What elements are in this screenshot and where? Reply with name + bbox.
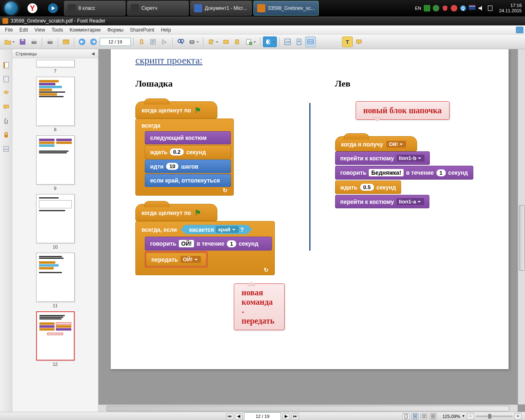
- last-page-button[interactable]: ⏭: [292, 413, 299, 420]
- taskbar-item-2[interactable]: Документ1 - Micr...: [190, 1, 252, 16]
- page-number-input[interactable]: [100, 38, 131, 46]
- svg-rect-46: [414, 414, 416, 416]
- rotate-view-button[interactable]: [221, 37, 231, 47]
- single-page-view-button[interactable]: [402, 413, 410, 420]
- svg-rect-8: [469, 6, 475, 7]
- facing-continuous-view-button[interactable]: [429, 413, 437, 420]
- hand-tool-button[interactable]: [136, 37, 147, 47]
- pages-tab-icon[interactable]: [2, 75, 10, 83]
- zoom-fit-page-button[interactable]: [294, 37, 304, 47]
- touching-block: касаетсякрай?: [185, 225, 248, 234]
- signatures-tab-icon[interactable]: [2, 145, 10, 153]
- volume-icon[interactable]: [478, 5, 484, 11]
- svg-rect-43: [5, 135, 8, 137]
- highlight-button[interactable]: T: [342, 37, 353, 47]
- collapse-icon[interactable]: ◀: [91, 51, 95, 56]
- continuous-view-button[interactable]: [411, 413, 419, 420]
- menu-view[interactable]: View: [31, 27, 48, 33]
- start-button[interactable]: [0, 0, 22, 16]
- svg-marker-9: [479, 6, 482, 11]
- prev-page-button[interactable]: [77, 37, 87, 47]
- windows-orb-icon: [5, 2, 18, 15]
- taskbar-item-label: Скретч: [142, 5, 158, 11]
- insert-button[interactable]: +: [244, 37, 258, 47]
- select-annotation-button[interactable]: [159, 37, 170, 47]
- first-page-button[interactable]: ⏮: [226, 413, 233, 420]
- thumbnail-11[interactable]: 11: [12, 253, 98, 308]
- zoom-actual-button[interactable]: 100: [282, 37, 293, 47]
- print-button[interactable]: [29, 37, 39, 47]
- document-view[interactable]: скрипт проекта: Лошадка когда щелкнут по…: [98, 49, 525, 412]
- action-center-icon[interactable]: [487, 5, 493, 11]
- thumbnails-list[interactable]: 7 8 9 10 11 12: [12, 58, 98, 412]
- column-divider: [309, 103, 310, 251]
- zoom-fit-width-button[interactable]: [305, 37, 316, 47]
- menu-tools[interactable]: Tools: [48, 27, 66, 33]
- prev-page-button[interactable]: ◀: [235, 413, 242, 420]
- tray-icon[interactable]: [451, 5, 457, 11]
- snapshot-button[interactable]: [187, 37, 201, 47]
- svg-text:Y: Y: [30, 4, 35, 12]
- menu-sharepoint[interactable]: SharePoint: [127, 27, 158, 33]
- shield-icon[interactable]: [442, 5, 448, 11]
- next-page-button[interactable]: ▶: [283, 413, 290, 420]
- print-button-2[interactable]: [45, 37, 55, 47]
- taskbar-item-3[interactable]: 33598_Grebnev_sc...: [253, 1, 319, 16]
- thumbnail-12[interactable]: 12: [12, 311, 98, 367]
- rotate-right-button[interactable]: [232, 37, 243, 47]
- svg-rect-10: [488, 6, 492, 11]
- search-button[interactable]: [175, 37, 186, 47]
- thumbnail-7[interactable]: 7: [12, 60, 98, 73]
- open-button[interactable]: [2, 37, 16, 47]
- zoom-dropdown-icon[interactable]: ▼: [462, 414, 465, 418]
- email-button[interactable]: [61, 37, 71, 47]
- callout-new-hat: новый блок шапочка: [356, 101, 450, 120]
- tray-icon[interactable]: [424, 5, 430, 11]
- taskbar-item-0[interactable]: 8 класс: [64, 1, 126, 16]
- menu-edit[interactable]: Edit: [16, 27, 31, 33]
- thumbnail-9[interactable]: 9: [12, 135, 98, 191]
- layers-tab-icon[interactable]: [2, 89, 10, 97]
- svg-rect-52: [431, 417, 433, 419]
- bookmarks-tab-icon[interactable]: [2, 62, 10, 69]
- restore-icon[interactable]: [516, 27, 523, 33]
- taskbar-pinned-media[interactable]: [43, 0, 63, 16]
- security-tab-icon[interactable]: [2, 131, 10, 139]
- rotate-left-button[interactable]: [206, 37, 220, 47]
- menu-comments[interactable]: Комментарии: [66, 27, 104, 33]
- menu-forms[interactable]: Формы: [104, 27, 126, 33]
- attachments-tab-icon[interactable]: [2, 117, 10, 125]
- note-button[interactable]: [354, 37, 364, 47]
- page-number-input[interactable]: [244, 412, 281, 420]
- next-costume-block: следующий костюм: [145, 131, 231, 144]
- status-bar: ⏮ ◀ ▶ ⏭ 125.09% ▼ − +: [0, 412, 525, 420]
- pdf-page: скрипт проекта: Лошадка когда щелкнут по…: [111, 49, 509, 369]
- taskbar-pinned-yandex[interactable]: Y: [22, 0, 43, 16]
- svg-rect-13: [32, 41, 37, 44]
- thumbnail-10[interactable]: 10: [12, 194, 98, 249]
- zoom-in-button[interactable]: +: [514, 413, 522, 420]
- next-page-button[interactable]: [88, 37, 99, 47]
- zoom-out-button[interactable]: −: [467, 413, 474, 420]
- column-right: Лев новый блок шапочка когда я получуОй!…: [335, 78, 484, 330]
- scratch-script-2: когда щелкнут по⚑ всегда, если касаетсяк…: [135, 204, 285, 275]
- share-button[interactable]: [263, 37, 277, 47]
- comments-tab-icon[interactable]: [2, 103, 10, 111]
- save-button[interactable]: [17, 37, 28, 47]
- flag-icon[interactable]: [469, 5, 475, 11]
- facing-view-button[interactable]: [420, 413, 428, 420]
- say-block: говоритьОЙ!в течение1секунд: [145, 237, 272, 251]
- svg-rect-45: [405, 414, 407, 418]
- language-indicator[interactable]: EN: [415, 6, 421, 11]
- vertical-scrollbar[interactable]: [518, 49, 525, 404]
- tray-icon[interactable]: [433, 5, 439, 11]
- quicktime-icon[interactable]: Q: [460, 5, 466, 11]
- horizontal-scrollbar[interactable]: [98, 404, 518, 412]
- menu-file[interactable]: File: [2, 27, 16, 33]
- taskbar-item-1[interactable]: Скретч: [127, 1, 189, 16]
- thumbnail-8[interactable]: 8: [12, 77, 98, 132]
- zoom-slider[interactable]: [476, 415, 513, 417]
- clock[interactable]: 17:16 24.11.2015: [499, 3, 522, 14]
- select-text-button[interactable]: [148, 37, 158, 47]
- menu-help[interactable]: Help: [158, 27, 174, 33]
